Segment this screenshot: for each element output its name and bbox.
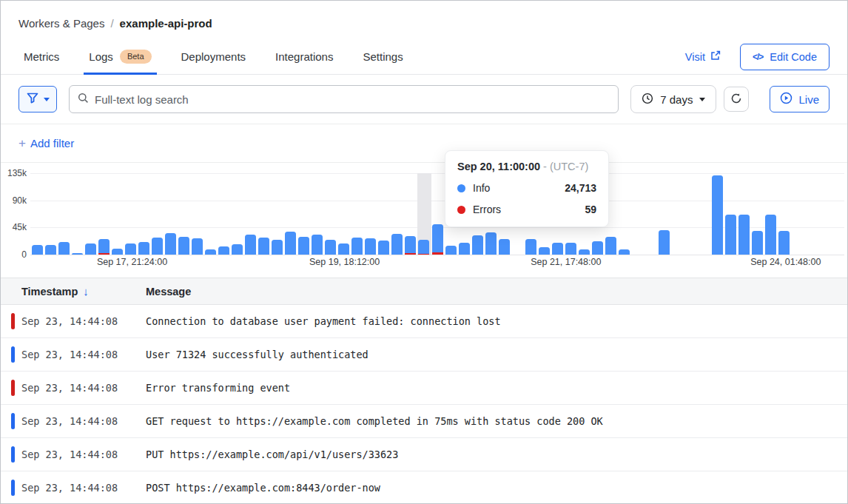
add-filter-button[interactable]: + Add filter [18,137,74,149]
bar-info-segment [85,243,96,255]
refresh-button[interactable] [724,87,749,112]
chart-bar[interactable] [178,237,189,255]
error-level-indicator [11,380,15,396]
chart-bar[interactable] [138,242,149,255]
chart-bar[interactable] [619,249,630,255]
tab-logs[interactable]: Logs Beta [84,39,156,74]
chart-bar[interactable] [752,231,763,255]
chart-bar[interactable] [499,239,510,255]
chart-bar[interactable] [418,240,429,255]
gridline [30,255,844,255]
bar-info-segment [258,238,269,255]
chart-bar[interactable] [459,243,470,255]
code-icon: </> [753,52,763,62]
chart-bar[interactable] [285,232,296,255]
chart-bar[interactable] [405,236,416,255]
chart-bar[interactable] [351,238,363,255]
chart-bar[interactable] [72,253,83,255]
chart-bar[interactable] [552,243,563,255]
log-timestamp: Sep 23, 14:44:08 [1,382,146,394]
chart-bar[interactable] [125,243,136,255]
chart-bar[interactable] [152,238,163,255]
workers-logs-page: Workers & Pages / example-api-prod Metri… [0,0,848,504]
bar-error-segment [405,253,416,255]
log-row[interactable]: Sep 23, 14:44:08PUT https://example.com/… [1,438,847,471]
chart-bar[interactable] [312,235,323,255]
bar-info-segment [125,243,136,255]
chart-bar[interactable] [85,243,96,255]
log-row[interactable]: Sep 23, 14:44:08GET request to https://e… [1,405,847,438]
chart-bar[interactable] [712,175,723,255]
chart-bar[interactable] [205,249,216,255]
tooltip-info-row: Info 24,713 [457,182,596,194]
chart-bar[interactable] [298,237,309,255]
chart-bar[interactable] [565,243,576,255]
log-timestamp: Sep 23, 14:44:08 [1,448,146,460]
log-row[interactable]: Sep 23, 14:44:08User 71324 successfully … [1,338,847,372]
bar-info-segment [152,238,163,255]
log-timestamp: Sep 23, 14:44:08 [1,415,146,427]
chart-bar[interactable] [445,246,457,255]
chart-bar[interactable] [605,237,616,255]
chart-bar[interactable] [245,235,256,255]
chart-bar[interactable] [232,244,243,255]
chart-bar[interactable] [338,243,349,255]
log-row[interactable]: Sep 23, 14:44:08Error transforming event [1,372,847,405]
live-button[interactable]: Live [770,86,830,112]
chart-bar[interactable] [738,215,750,255]
chart-bar[interactable] [378,241,389,255]
bar-info-segment [752,231,763,255]
chart-bar[interactable] [58,242,70,255]
bar-info-segment [525,239,536,255]
chart-bar[interactable] [472,235,483,255]
tab-metrics[interactable]: Metrics [18,39,64,74]
sort-descending-icon[interactable]: ↓ [83,285,89,298]
info-level-indicator [11,480,15,496]
chart-bar[interactable] [432,224,443,255]
bar-info-segment [579,249,590,255]
chart-bar[interactable] [272,240,283,255]
edit-code-button[interactable]: </> Edit Code [740,44,830,70]
info-count: 24,713 [565,182,596,194]
chart-bar[interactable] [325,240,336,255]
chart-bar[interactable] [592,241,603,255]
tab-integrations[interactable]: Integrations [270,39,338,74]
chart-bar[interactable] [539,247,550,255]
chart-bar[interactable] [778,231,790,255]
chart-bar[interactable] [391,234,403,255]
bar-info-segment [45,245,56,255]
chart-bar[interactable] [659,230,670,255]
bar-info-segment [232,244,243,255]
chart-bar[interactable] [525,239,536,255]
tab-deployments[interactable]: Deployments [176,39,252,74]
log-message: GET request to https://example.com compl… [146,415,847,427]
time-range-dropdown[interactable]: 7 days [630,85,716,113]
chart-bar[interactable] [258,238,269,255]
log-row[interactable]: Sep 23, 14:44:08Connection to database u… [1,305,847,338]
bar-info-segment [218,246,229,255]
bar-info-segment [178,237,189,255]
log-row[interactable]: Sep 23, 14:44:08POST https://example.com… [1,471,847,504]
message-column-header: Message [146,286,847,298]
chart-bar[interactable] [32,245,43,255]
chart-bar[interactable] [45,245,56,255]
visit-link[interactable]: Visit [685,50,721,63]
chart-bar[interactable] [765,215,776,255]
search-input[interactable] [95,93,610,106]
chart-bar[interactable] [725,215,736,255]
chart-bar[interactable] [485,232,497,255]
chart-bar[interactable] [192,238,203,255]
chart-bar[interactable] [112,249,123,255]
filter-dropdown-button[interactable] [18,86,57,112]
chart-bar[interactable] [165,233,176,255]
breadcrumb-parent-link[interactable]: Workers & Pages [18,17,104,30]
chart-bar[interactable] [98,239,110,255]
chart-bar[interactable] [365,238,376,255]
bar-info-segment [445,246,457,255]
tab-settings[interactable]: Settings [357,39,408,74]
x-axis-labels: Sep 17, 21:24:00Sep 19, 18:12:00Sep 21, … [30,257,844,269]
chart-plot[interactable] [30,173,844,255]
chart-bar[interactable] [218,246,229,255]
log-volume-chart: 135k90k45k0 Sep 17, 21:24:00Sep 19, 18:1… [1,163,847,278]
chart-bar[interactable] [579,249,590,255]
